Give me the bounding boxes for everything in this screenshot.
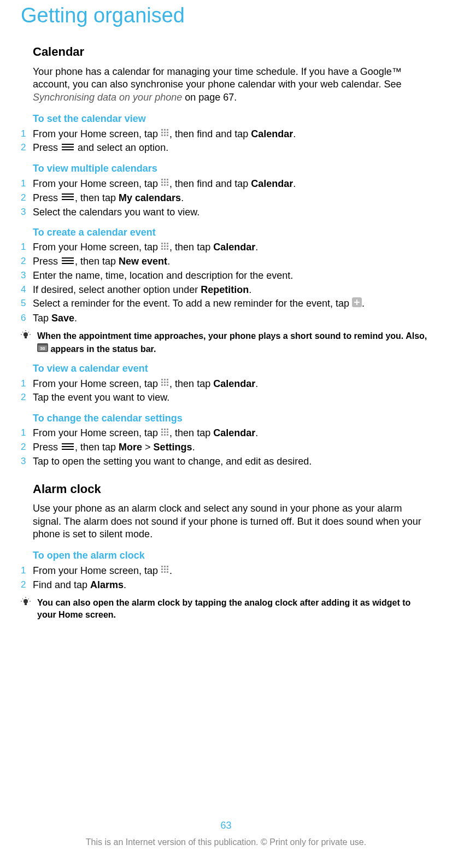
app-grid-icon (161, 378, 169, 387)
tip-row: You can also open the alarm clock by tap… (33, 597, 431, 620)
step-row: 6Tap Save. (33, 312, 431, 325)
svg-rect-64 (161, 434, 163, 436)
svg-rect-15 (161, 181, 163, 183)
menu-icon (61, 192, 75, 201)
svg-rect-59 (164, 429, 166, 430)
svg-rect-24 (161, 243, 163, 244)
step-text: Press , then tap New event. (33, 255, 431, 268)
svg-rect-27 (161, 245, 163, 247)
step-number: 1 (21, 128, 33, 140)
svg-rect-73 (161, 568, 163, 570)
step-text: Find and tap Alarms. (33, 579, 431, 591)
svg-rect-75 (167, 568, 168, 570)
svg-rect-63 (167, 431, 168, 433)
step-row: 3Tap to open the setting you want to cha… (33, 455, 431, 468)
svg-line-85 (28, 599, 30, 600)
svg-rect-60 (167, 429, 168, 430)
step-text: From your Home screen, tap , then find a… (33, 128, 431, 141)
svg-rect-53 (164, 382, 166, 383)
svg-text:30: 30 (40, 346, 45, 351)
svg-rect-7 (164, 134, 166, 136)
svg-rect-49 (161, 379, 163, 380)
svg-rect-74 (164, 568, 166, 570)
svg-rect-14 (167, 179, 168, 180)
plus-icon (352, 297, 362, 307)
step-number: 1 (21, 378, 33, 390)
step-number: 1 (21, 427, 33, 439)
svg-rect-1 (164, 129, 166, 131)
svg-rect-54 (167, 382, 168, 383)
section-title: To change the calendar settings (33, 412, 431, 425)
sync-link[interactable]: Synchronising data on your phone (33, 92, 182, 103)
section-title: To create a calendar event (33, 226, 431, 239)
app-grid-icon (161, 242, 169, 251)
svg-rect-50 (164, 379, 166, 380)
svg-rect-28 (164, 245, 166, 247)
svg-rect-77 (164, 571, 166, 573)
svg-rect-4 (164, 132, 166, 133)
svg-rect-78 (167, 571, 168, 573)
step-row: 2Find and tap Alarms. (33, 579, 431, 591)
step-number: 2 (21, 391, 33, 403)
step-text: Tap the event you want to view. (33, 391, 431, 404)
step-text: From your Home screen, tap , then tap Ca… (33, 427, 431, 440)
step-row: 2Press , then tap My calendars. (33, 192, 431, 205)
page-title: Getting organised (21, 0, 431, 29)
svg-rect-8 (167, 134, 168, 136)
tip-text: You can also open the alarm clock by tap… (37, 597, 431, 620)
step-row: 1From your Home screen, tap , then tap C… (33, 427, 431, 440)
svg-rect-25 (164, 243, 166, 244)
step-row: 1From your Home screen, tap , then tap C… (33, 378, 431, 391)
step-row: 4If desired, select another option under… (33, 284, 431, 296)
tip-row: When the appointment time approaches, yo… (33, 330, 431, 355)
calendar-30-icon: 30 (37, 342, 48, 352)
svg-rect-66 (167, 434, 168, 436)
step-text: From your Home screen, tap , then find a… (33, 178, 431, 191)
svg-rect-58 (161, 429, 163, 430)
tip-text: When the appointment time approaches, yo… (37, 330, 431, 355)
step-text: If desired, select another option under … (33, 284, 431, 296)
step-text: Enter the name, time, location and descr… (33, 269, 431, 282)
svg-rect-40 (25, 337, 27, 338)
menu-icon (61, 442, 75, 451)
svg-rect-62 (164, 431, 166, 433)
step-number: 2 (21, 192, 33, 204)
svg-rect-56 (164, 384, 166, 386)
step-number: 1 (21, 178, 33, 190)
step-text: Select a reminder for the event. To add … (33, 297, 431, 310)
svg-rect-80 (25, 603, 27, 605)
svg-rect-13 (164, 179, 166, 180)
svg-rect-32 (167, 248, 168, 250)
step-row: 2Press , then tap More > Settings. (33, 441, 431, 454)
svg-rect-71 (164, 566, 166, 567)
calendar-heading: Calendar (33, 44, 431, 60)
svg-rect-19 (164, 184, 166, 186)
svg-rect-57 (167, 384, 168, 386)
step-row: 2Tap the event you want to view. (33, 391, 431, 404)
app-grid-icon (161, 428, 169, 437)
step-row: 1From your Home screen, tap . (33, 565, 431, 578)
step-number: 6 (21, 312, 33, 324)
svg-line-45 (28, 332, 30, 333)
alarm-intro: Use your phone as an alarm clock and sel… (33, 502, 431, 541)
svg-rect-26 (167, 243, 168, 244)
svg-rect-76 (161, 571, 163, 573)
menu-icon (61, 256, 75, 265)
section-title: To view a calendar event (33, 362, 431, 375)
svg-line-44 (22, 332, 24, 333)
step-number: 3 (21, 206, 33, 218)
step-text: From your Home screen, tap , then tap Ca… (33, 378, 431, 391)
svg-point-79 (24, 599, 28, 603)
svg-rect-51 (167, 379, 168, 380)
svg-rect-31 (164, 248, 166, 250)
svg-rect-70 (161, 566, 163, 567)
step-number: 2 (21, 441, 33, 453)
menu-icon (61, 143, 75, 151)
step-row: 1From your Home screen, tap , then find … (33, 178, 431, 191)
step-text: Press , then tap More > Settings. (33, 441, 431, 454)
step-row: 2Press and select an option. (33, 142, 431, 155)
alarm-heading: Alarm clock (33, 482, 431, 497)
svg-rect-2 (167, 129, 168, 131)
step-text: Press , then tap My calendars. (33, 192, 431, 205)
svg-rect-18 (161, 184, 163, 186)
